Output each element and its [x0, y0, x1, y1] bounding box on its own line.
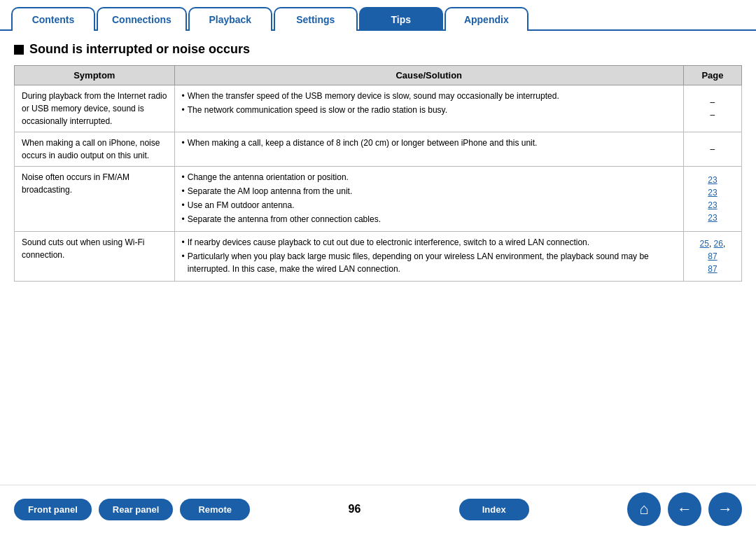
symptom-cell: Sound cuts out when using Wi-Fi connecti… — [15, 232, 175, 282]
page-link[interactable]: 87 — [708, 251, 717, 261]
section-title: Sound is interrupted or noise occurs — [14, 42, 742, 57]
tab-settings[interactable]: Settings — [274, 7, 358, 31]
tab-playback[interactable]: Playback — [188, 7, 272, 31]
tab-connections[interactable]: Connections — [97, 7, 187, 31]
trouble-table: Symptom Cause/Solution Page During playb… — [14, 65, 742, 282]
header-page: Page — [683, 66, 741, 85]
page-cell: – — [683, 132, 741, 167]
front-panel-button[interactable]: Front panel — [14, 499, 92, 520]
forward-icon: → — [718, 500, 733, 518]
page-link[interactable]: 23 — [708, 200, 717, 210]
cause-cell: •When the transfer speed of the USB memo… — [174, 85, 683, 132]
tab-contents[interactable]: Contents — [11, 7, 95, 31]
section-title-text: Sound is interrupted or noise occurs — [29, 42, 250, 57]
header-symptom: Symptom — [15, 66, 175, 85]
bottom-right-icons: ⌂ ← → — [627, 492, 742, 526]
page-link[interactable]: 23 — [708, 188, 717, 198]
rear-panel-button[interactable]: Rear panel — [99, 499, 173, 520]
page-number-display: 96 — [349, 503, 361, 515]
cause-cell: •When making a call, keep a distance of … — [174, 132, 683, 167]
top-navigation: Contents Connections Playback Settings T… — [0, 0, 756, 31]
index-button[interactable]: Index — [459, 499, 529, 520]
remote-button[interactable]: Remote — [180, 499, 250, 520]
table-row: Noise often occurs in FM/AM broadcasting… — [15, 167, 742, 232]
tab-tips[interactable]: Tips — [359, 7, 443, 31]
home-icon: ⌂ — [639, 500, 648, 518]
section-icon — [14, 45, 24, 55]
table-row: During playback from the Internet radio … — [15, 85, 742, 132]
page-link[interactable]: 23 — [708, 175, 717, 185]
bottom-center-index: Index — [459, 499, 529, 520]
bottom-navigation: Front panel Rear panel Remote 96 Index ⌂… — [0, 485, 756, 533]
cause-cell: •Change the antenna orientation or posit… — [174, 167, 683, 232]
page-link[interactable]: 25 — [700, 239, 709, 249]
symptom-cell: During playback from the Internet radio … — [15, 85, 175, 132]
page-cell: –– — [683, 85, 741, 132]
symptom-cell: When making a call on iPhone, noise occu… — [15, 132, 175, 167]
page-number: 96 — [349, 503, 361, 515]
page-cell: 23 23 23 23 — [683, 167, 741, 232]
header-cause: Cause/Solution — [174, 66, 683, 85]
table-row: Sound cuts out when using Wi-Fi connecti… — [15, 232, 742, 282]
forward-button[interactable]: → — [708, 492, 742, 526]
page-link[interactable]: 23 — [708, 213, 717, 223]
back-button[interactable]: ← — [668, 492, 701, 526]
home-button[interactable]: ⌂ — [627, 492, 661, 526]
back-icon: ← — [677, 500, 692, 518]
cause-cell: •If nearby devices cause playback to cut… — [174, 232, 683, 282]
page-cell: 25, 26, 87 87 — [683, 232, 741, 282]
main-content: Sound is interrupted or noise occurs Sym… — [0, 31, 756, 485]
symptom-cell: Noise often occurs in FM/AM broadcasting… — [15, 167, 175, 232]
page-link[interactable]: 26 — [714, 239, 723, 249]
tab-appendix[interactable]: Appendix — [444, 7, 528, 31]
bottom-left-buttons: Front panel Rear panel Remote — [14, 499, 250, 520]
table-row: When making a call on iPhone, noise occu… — [15, 132, 742, 167]
page-link[interactable]: 87 — [708, 264, 717, 274]
